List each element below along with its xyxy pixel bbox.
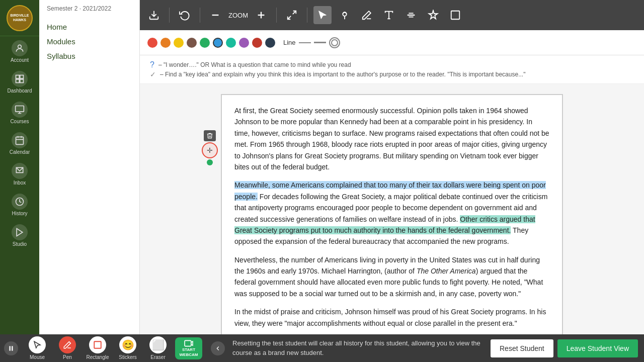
sidebar-item-dashboard[interactable]: Dashboard [0, 67, 39, 98]
mouse-tool[interactable]: Mouse [22, 334, 52, 362]
line-medium-option[interactable] [314, 42, 326, 43]
color-dark-red[interactable] [252, 38, 262, 48]
hint-row-2: ✓ – Find a "key idea" and explain why yo… [150, 70, 634, 78]
sidebar: BIRDVILLEHAWKS Account Dashboard Courses [0, 0, 39, 362]
document-box: ✛ At first, the Great Society seemed eno… [221, 94, 563, 362]
reset-student-button[interactable]: Reset Student [491, 339, 553, 357]
calendar-icon [12, 132, 28, 148]
svg-rect-5 [16, 106, 24, 112]
sidebar-item-studio[interactable]: Studio [0, 220, 39, 251]
nav-syllabus[interactable]: Syllabus [47, 49, 132, 63]
drawing-toolbar: Line [140, 30, 644, 55]
svg-rect-27 [185, 340, 191, 346]
nav-modules[interactable]: Modules [47, 34, 132, 49]
paragraph-4: In the midst of praise and criticism, Jo… [234, 306, 549, 329]
webcam-button[interactable]: STARTWEBCAM [175, 337, 202, 359]
annotation-circle: ✛ [202, 142, 218, 158]
paragraph-1: At first, the Great Society seemed enorm… [234, 105, 549, 172]
line-circle-option[interactable] [329, 37, 340, 48]
color-teal[interactable] [226, 38, 236, 48]
highlight-teal-text: Other critics argued that Great Society … [234, 215, 535, 234]
bottom-bar: Mouse Pen Rectangle 😊 Stickers [0, 334, 644, 362]
svg-rect-3 [16, 79, 20, 83]
svg-point-0 [18, 45, 22, 48]
color-blue[interactable] [213, 38, 223, 48]
fullscreen-button[interactable] [446, 6, 464, 24]
svg-rect-1 [16, 75, 20, 79]
mouse-icon [29, 336, 46, 353]
svg-line-15 [293, 11, 296, 14]
cursor-button[interactable] [313, 6, 332, 24]
divider-4 [307, 8, 307, 23]
logo-area: BIRDVILLEHAWKS [0, 0, 39, 36]
leave-student-view-button[interactable]: Leave Student View [557, 339, 638, 357]
eraser-icon: ⬜ [149, 336, 167, 353]
svg-rect-23 [451, 11, 460, 20]
svg-marker-8 [17, 229, 23, 236]
sidebar-item-inbox[interactable]: Inbox [0, 159, 39, 190]
move-icon: ✛ [207, 146, 213, 154]
svg-rect-24 [10, 346, 11, 350]
pen-label: Pen [63, 354, 72, 360]
strikethrough-button[interactable] [402, 6, 420, 24]
inbox-icon [12, 163, 28, 179]
highlight-button[interactable] [424, 6, 442, 24]
pen-button[interactable] [358, 6, 376, 24]
refresh-button[interactable] [176, 6, 194, 24]
history-icon [12, 194, 28, 210]
pen-tool[interactable]: Pen [52, 334, 83, 362]
color-yellow[interactable] [174, 38, 184, 48]
hint-check-icon: ✓ [150, 70, 156, 78]
pause-button[interactable] [4, 341, 18, 355]
pin-button[interactable] [336, 6, 354, 24]
color-purple[interactable] [239, 38, 249, 48]
zoom-control: ZOOM [228, 12, 248, 19]
zoom-out-button[interactable] [206, 6, 224, 24]
eraser-tool[interactable]: ⬜ Eraser [143, 334, 173, 362]
sidebar-item-account[interactable]: Account [0, 36, 39, 67]
zoom-label: ZOOM [228, 12, 248, 19]
paragraph-3: Nevertheless, the number of Americans li… [234, 254, 549, 300]
nav-panel: Semester 2 · 2021/2022 Home Modules Syll… [39, 0, 140, 362]
rectangle-tool[interactable]: Rectangle [83, 334, 113, 362]
trash-button[interactable] [204, 130, 216, 141]
collapse-button[interactable] [211, 341, 225, 355]
stickers-icon: 😊 [119, 336, 136, 353]
stickers-tool[interactable]: 😊 Stickers [113, 334, 143, 362]
svg-rect-4 [20, 79, 24, 83]
annotation-pin[interactable]: ✛ [202, 130, 218, 165]
color-orange[interactable] [160, 38, 171, 48]
line-thin-option[interactable] [299, 42, 311, 43]
expand-button[interactable] [283, 6, 301, 24]
zoom-in-button[interactable] [252, 6, 270, 24]
logo: BIRDVILLEHAWKS [7, 5, 33, 31]
svg-line-16 [288, 16, 291, 19]
color-black[interactable] [265, 38, 275, 48]
svg-rect-25 [12, 346, 13, 350]
sidebar-item-calendar[interactable]: Calendar [0, 128, 39, 159]
toolbar: ZOOM [140, 0, 644, 30]
line-thin-icon [299, 42, 311, 43]
line-label: Line [283, 39, 296, 46]
sidebar-item-courses-label: Courses [10, 119, 29, 124]
book-title: The Other America [417, 267, 476, 275]
sidebar-item-history[interactable]: History [0, 190, 39, 220]
bottom-message-text: Resetting the test student will clear al… [232, 339, 480, 356]
color-green[interactable] [200, 38, 210, 48]
bottom-message: Resetting the test student will clear al… [225, 339, 491, 357]
rectangle-icon [89, 336, 106, 353]
download-button[interactable] [145, 6, 163, 24]
color-brown[interactable] [187, 38, 197, 48]
svg-rect-2 [20, 75, 24, 79]
document-area[interactable]: ✛ At first, the Great Society seemed eno… [140, 84, 644, 362]
dashboard-icon [12, 71, 28, 87]
hint-row-1: ? – "I wonder…." OR What is a question t… [150, 60, 634, 69]
sidebar-item-courses[interactable]: Courses [0, 98, 39, 128]
text-button[interactable] [380, 6, 398, 24]
nav-home[interactable]: Home [47, 20, 132, 34]
divider-2 [200, 8, 200, 23]
color-red[interactable] [147, 38, 157, 48]
sidebar-item-history-label: History [12, 211, 27, 216]
semester-label: Semester 2 · 2021/2022 [47, 5, 132, 12]
mouse-label: Mouse [30, 354, 45, 360]
